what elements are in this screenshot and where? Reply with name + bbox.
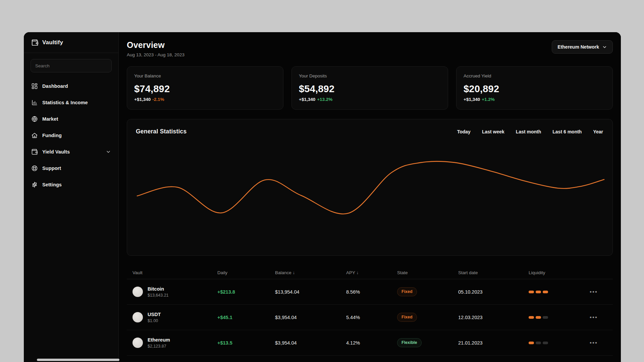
bar-chart-icon <box>31 99 38 106</box>
row-menu-button[interactable]: ••• <box>590 340 598 346</box>
daily-cell: +$45.1 <box>217 315 275 320</box>
balance-cell: $3,954.04 <box>275 340 346 346</box>
stat-card-delta-pct: +1.2% <box>482 97 495 102</box>
app-window: Vaultify DashboardStatistics & IncomeMar… <box>24 32 621 362</box>
liquidity-pill <box>536 316 541 319</box>
vault-row-usdt[interactable]: USDT $1.00 +$45.1 $3,954.04 5.44% Fixed … <box>127 305 613 330</box>
vault-cell: Bitcoin $13,643.21 <box>127 286 217 298</box>
wallet-icon <box>31 148 38 155</box>
chart-line-series <box>137 161 604 214</box>
column-header-liquidity: Liquidity <box>529 270 590 275</box>
stat-card-your-balance: Your Balance$74,892+$1,340-2.1% <box>127 66 283 110</box>
table-header-row: VaultDailyBalance ↓APY ↓StateStart dateL… <box>127 266 613 279</box>
column-header-start-date: Start date <box>458 270 529 275</box>
stat-card-delta-pct: +13.2% <box>317 97 332 102</box>
vault-price: $2,123.87 <box>148 344 170 349</box>
state-cell: Fixed <box>397 287 458 296</box>
sidebar: Vaultify DashboardStatistics & IncomeMar… <box>24 32 119 362</box>
column-header-daily: Daily <box>217 270 275 275</box>
sidebar-item-label: Market <box>42 116 111 122</box>
bank-icon <box>31 132 38 139</box>
chevron-down-icon <box>602 45 607 50</box>
main-content: Overview Aug 13, 2023 - Aug 18, 2023 Eth… <box>119 32 621 362</box>
sidebar-item-yield-vaults[interactable]: Yield Vaults <box>26 143 116 160</box>
column-header-state: State <box>397 270 458 275</box>
vault-cell: USDT $1.00 <box>127 312 217 323</box>
sidebar-item-funding[interactable]: Funding <box>26 127 116 143</box>
liquidity-pill <box>536 342 541 344</box>
sidebar-item-settings[interactable]: Settings <box>26 176 116 193</box>
stat-card-label: Accrued Yield <box>464 73 605 78</box>
vault-name: USDT <box>148 312 161 317</box>
vault-price: $1.00 <box>148 318 161 323</box>
state-badge: Fixed <box>397 313 417 322</box>
sidebar-item-label: Support <box>42 166 111 171</box>
stat-cards: Your Balance$74,892+$1,340-2.1%Your Depo… <box>127 66 613 110</box>
app-title: Vaultify <box>42 39 63 46</box>
stat-card-value: $74,892 <box>134 83 276 95</box>
general-statistics-card: General Statistics TodayLast weekLast mo… <box>127 119 613 256</box>
app-logo: Vaultify <box>24 32 118 53</box>
stat-card-your-deposits: Your Deposits$54,892+$1,340+13.2% <box>291 66 448 110</box>
sidebar-item-support[interactable]: Support <box>26 160 116 176</box>
row-menu-button[interactable]: ••• <box>590 289 598 295</box>
network-selector-button[interactable]: Ethereum Network <box>552 40 613 54</box>
table-body: Bitcoin $13,643.21 +$213.8 $13,954.04 8.… <box>127 279 613 356</box>
sidebar-item-market[interactable]: Market <box>26 111 116 127</box>
column-header-vault: Vault <box>127 270 217 275</box>
state-cell: Fixed <box>397 313 458 322</box>
start-date-cell: 05.10.2023 <box>458 289 529 295</box>
column-header-apy[interactable]: APY ↓ <box>346 270 397 275</box>
stat-card-delta: +$1,340-2.1% <box>134 97 276 102</box>
state-cell: Flexible <box>397 338 458 347</box>
coin-icon-bitcoin <box>132 287 143 297</box>
daily-cell: +$13.5 <box>217 340 275 346</box>
page-title: Overview <box>127 40 184 50</box>
stat-card-delta: +$1,340+1.2% <box>464 97 605 102</box>
sidebar-item-statistics-income[interactable]: Statistics & Income <box>26 94 116 111</box>
liquidity-pill <box>529 316 534 319</box>
dashboard-icon <box>31 83 38 89</box>
daily-cell: +$213.8 <box>217 289 275 295</box>
sidebar-item-dashboard[interactable]: Dashboard <box>26 78 116 94</box>
stat-card-label: Your Balance <box>134 73 276 78</box>
search-input[interactable] <box>31 59 112 72</box>
vault-price: $13,643.21 <box>148 293 169 298</box>
gear-icon <box>31 181 38 188</box>
stat-card-value: $54,892 <box>299 83 441 95</box>
sidebar-item-label: Dashboard <box>42 83 111 89</box>
liquidity-pill <box>529 291 534 293</box>
state-badge: Fixed <box>397 287 417 296</box>
liquidity-pill <box>529 342 534 344</box>
stat-card-accrued-yield: Accrued Yield$20,892+$1,340+1.2% <box>456 66 613 110</box>
vault-name: Bitcoin <box>148 286 169 292</box>
stat-card-label: Your Deposits <box>299 73 441 78</box>
globe-icon <box>31 116 38 122</box>
vaults-table: VaultDailyBalance ↓APY ↓StateStart dateL… <box>127 266 613 356</box>
stat-card-delta: +$1,340+13.2% <box>299 97 441 102</box>
sidebar-nav: DashboardStatistics & IncomeMarketFundin… <box>24 74 118 193</box>
sidebar-item-label: Funding <box>42 133 111 138</box>
liquidity-pill <box>543 291 548 293</box>
liquidity-pill <box>536 291 541 293</box>
liquidity-cell <box>529 316 590 319</box>
stat-card-delta-pct: -2.1% <box>152 97 164 102</box>
stat-card-value: $20,892 <box>464 83 605 95</box>
date-range: Aug 13, 2023 - Aug 18, 2023 <box>127 52 184 57</box>
chevron-down-icon <box>106 149 111 155</box>
state-badge: Flexible <box>397 338 422 347</box>
vault-row-bitcoin[interactable]: Bitcoin $13,643.21 +$213.8 $13,954.04 8.… <box>127 279 613 305</box>
column-header-balance[interactable]: Balance ↓ <box>275 270 346 275</box>
apy-cell: 4.12% <box>346 340 397 346</box>
liquidity-pill <box>543 316 548 319</box>
vault-row-ethereum[interactable]: Ethereum $2,123.87 +$13.5 $3,954.04 4.12… <box>127 330 613 356</box>
vault-name: Ethereum <box>148 337 170 343</box>
row-menu-button[interactable]: ••• <box>590 314 598 321</box>
wallet-logo-icon <box>31 39 39 46</box>
apy-cell: 5.44% <box>346 315 397 320</box>
coin-icon-usdt <box>132 312 143 322</box>
horizontal-scrollbar-thumb[interactable] <box>37 359 119 361</box>
sidebar-item-label: Statistics & Income <box>42 100 111 105</box>
start-date-cell: 21.01.2023 <box>458 340 529 346</box>
liquidity-cell <box>529 342 590 344</box>
